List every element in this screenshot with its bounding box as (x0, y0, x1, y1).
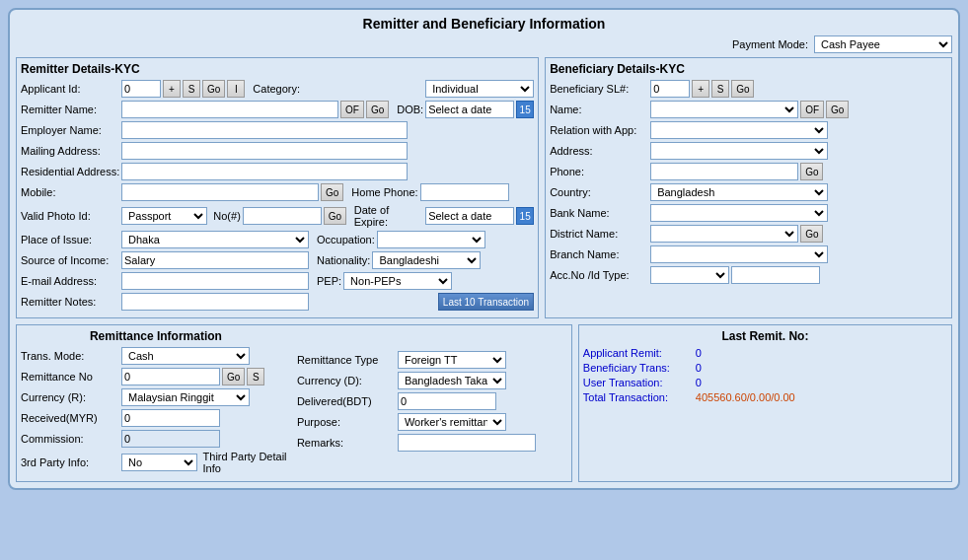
residential-address-input[interactable] (121, 163, 408, 180)
beneficiary-name-select[interactable] (650, 101, 798, 118)
mailing-address-label: Mailing Address: (21, 145, 119, 157)
district-name-row: District Name: Go (550, 225, 947, 243)
payment-mode-select[interactable]: Cash Payee (814, 35, 952, 53)
category-select[interactable]: Individual (425, 80, 534, 98)
district-name-select[interactable] (650, 225, 798, 243)
beneficiary-phone-label: Phone: (550, 166, 648, 177)
dob-cal-btn[interactable]: 15 (516, 101, 534, 118)
received-myr-row: Received(MYR) (21, 409, 291, 427)
remitter-of-btn[interactable]: OF (340, 101, 364, 118)
valid-photo-id-select[interactable]: Passport (121, 207, 207, 225)
remitter-notes-row: Remitter Notes: Last 10 Transaction (21, 293, 534, 311)
delivered-bdt-label: Delivered(BDT) (297, 395, 396, 407)
total-transaction-row: Total Transaction: 405560.60/0.00/0.00 (583, 391, 947, 403)
beneficiary-title: Beneficiary Details-KYC (550, 62, 947, 76)
remittance-no-input[interactable] (121, 368, 220, 385)
party-info-select[interactable]: No (121, 454, 197, 471)
remitter-go-btn[interactable]: Go (366, 101, 389, 118)
remittance-no-row: Remittance No Go S (21, 368, 291, 385)
place-of-issue-select[interactable]: Dhaka (121, 231, 309, 248)
beneficiary-of-btn[interactable]: OF (800, 101, 824, 118)
remitter-notes-input[interactable] (121, 293, 309, 311)
trans-mode-label: Trans. Mode: (21, 350, 119, 362)
email-row: E-mail Address: PEP: Non-PEPs (21, 272, 534, 290)
residential-address-row: Residential Address: (21, 163, 534, 180)
beneficiary-phone-go-btn[interactable]: Go (800, 163, 823, 180)
country-select[interactable]: Bangladesh (650, 183, 828, 201)
remittance-go-btn[interactable]: Go (222, 368, 245, 385)
user-transaction-row: User Transation: 0 (583, 377, 947, 388)
delivered-bdt-input[interactable] (398, 392, 496, 410)
email-input[interactable] (121, 272, 309, 290)
third-party-detail-btn-label: Third Party Detail Info (203, 451, 291, 474)
employer-name-input[interactable] (121, 121, 408, 139)
remittance-s-btn[interactable]: S (247, 368, 264, 385)
date-expire-cal-btn[interactable]: 15 (516, 207, 534, 225)
remarks-input[interactable] (398, 434, 536, 452)
beneficiary-go-btn[interactable]: Go (731, 80, 754, 98)
pep-label: PEP: (317, 275, 341, 287)
relation-row: Relation with App: (550, 121, 947, 139)
remittance-type-row: Remittance Type Foreign TT (297, 351, 567, 369)
trans-mode-select[interactable]: Cash (121, 347, 250, 365)
applicant-id-s-btn[interactable]: S (183, 80, 200, 98)
pep-select[interactable]: Non-PEPs (343, 272, 452, 290)
acc-id-type-row: Acc.No /Id Type: (550, 266, 947, 284)
source-of-income-input[interactable] (121, 251, 309, 269)
source-of-income-row: Source of Income: Nationality: Banglades… (21, 251, 534, 269)
dob-input[interactable] (425, 101, 514, 118)
occupation-select[interactable] (377, 231, 485, 248)
applicant-id-i-btn[interactable]: I (227, 80, 245, 98)
applicant-id-plus-btn[interactable]: + (163, 80, 181, 98)
employer-name-row: Employer Name: (21, 121, 534, 139)
bottom-section: Remittance Information Trans. Mode: Cash… (16, 324, 952, 482)
bank-name-label: Bank Name: (550, 207, 648, 219)
purpose-select[interactable]: Worker's remittanc (398, 413, 506, 431)
remit-left-col: Remittance Information Trans. Mode: Cash… (21, 329, 291, 477)
beneficiary-s-btn[interactable]: S (711, 80, 729, 98)
remit-info-section: Remittance Information Trans. Mode: Cash… (16, 324, 572, 482)
mobile-go-btn[interactable]: Go (321, 183, 343, 201)
beneficiary-go2-btn[interactable]: Go (826, 101, 849, 118)
place-of-issue-label: Place of Issue: (21, 234, 119, 245)
date-expire-input[interactable] (425, 207, 514, 225)
branch-name-label: Branch Name: (550, 248, 648, 260)
user-transaction-label: User Transation: (583, 377, 692, 388)
date-expire-label: Date of Expire: (354, 204, 423, 228)
remittance-type-select[interactable]: Foreign TT (398, 351, 506, 369)
beneficiary-sl-row: Beneficiary SL#: + S Go (550, 80, 947, 98)
mobile-row: Mobile: Go Home Phone: (21, 183, 534, 201)
purpose-label: Purpose: (297, 416, 396, 428)
applicant-id-input[interactable] (121, 80, 161, 98)
acc-id-type-input[interactable] (731, 266, 820, 284)
last-10-btn[interactable]: Last 10 Transaction (438, 293, 534, 311)
beneficiary-plus-btn[interactable]: + (692, 80, 709, 98)
mobile-input[interactable] (121, 183, 319, 201)
remitter-name-input[interactable] (121, 101, 338, 118)
received-myr-input[interactable] (121, 409, 220, 427)
beneficiary-sl-input[interactable] (650, 80, 690, 98)
applicant-id-label: Applicant Id: (21, 83, 119, 95)
mailing-address-input[interactable] (121, 142, 408, 160)
relation-select[interactable] (650, 121, 828, 139)
currency-d-select[interactable]: Bangladesh Taka (398, 372, 506, 389)
applicant-id-go-btn[interactable]: Go (202, 80, 225, 98)
valid-photo-go-btn[interactable]: Go (324, 207, 346, 225)
beneficiary-phone-input[interactable] (650, 163, 798, 180)
currency-r-select[interactable]: Malaysian Ringgit (121, 388, 250, 406)
beneficiary-address-select[interactable] (650, 142, 828, 160)
beneficiary-trans-label: Beneficiary Trans: (583, 362, 692, 374)
district-go-btn[interactable]: Go (800, 225, 823, 243)
acc-id-type-label: Acc.No /Id Type: (550, 269, 648, 281)
no-hash-input[interactable] (243, 207, 322, 225)
nationality-select[interactable]: Bangladeshi (372, 251, 481, 269)
bank-name-row: Bank Name: (550, 204, 947, 222)
commission-input[interactable] (121, 430, 220, 448)
acc-id-type-select[interactable] (650, 266, 729, 284)
branch-name-select[interactable] (650, 245, 828, 263)
district-name-label: District Name: (550, 228, 648, 240)
party-info-row: 3rd Party Info: No Third Party Detail In… (21, 451, 291, 474)
bank-name-select[interactable] (650, 204, 828, 222)
beneficiary-trans-value: 0 (696, 362, 702, 374)
home-phone-input[interactable] (420, 183, 509, 201)
